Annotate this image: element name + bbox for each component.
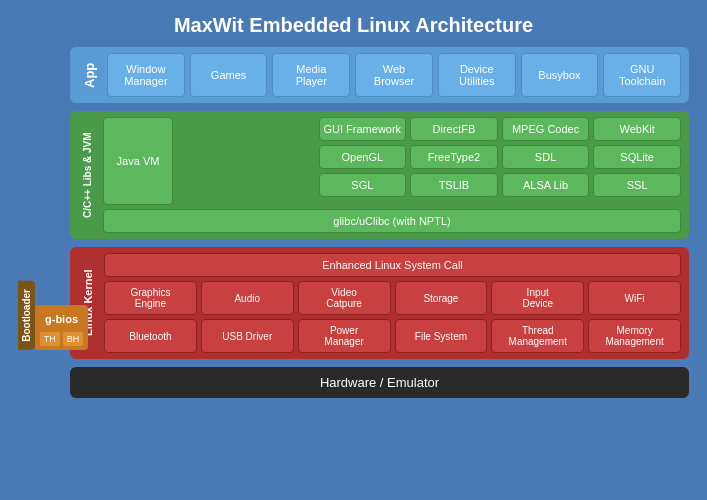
bios-tag-bh: BH [63,332,84,346]
gbios-label: g-bios [39,309,84,329]
kernel-input-device: InputDevice [491,281,584,315]
lib-freetype2: FreeType2 [410,145,498,169]
lib-alsa-lib: ALSA Lib [502,173,590,197]
bootloader-section: Bootloader g-bios TH BH [18,281,88,350]
page-title: MaxWit Embedded Linux Architecture [0,0,707,47]
app-box-media-player: MediaPlayer [272,53,350,97]
app-box-web-browser: WebBrowser [355,53,433,97]
lib-ssl: SSL [593,173,681,197]
app-layer: App WindowManager Games MediaPlayer WebB… [70,47,689,103]
kernel-graphics-engine: GraphicsEngine [104,281,197,315]
lib-sdl: SDL [502,145,590,169]
app-box-games: Games [190,53,268,97]
app-box-busybox: Busybox [521,53,599,97]
kernel-thread-management: ThreadManagement [491,319,584,353]
lib-glibc: glibc/uClibc (with NPTL) [103,209,681,233]
app-layer-label: App [78,53,101,97]
kernel-power-manager: PowerManager [298,319,391,353]
kernel-bluetooth: Bluetooth [104,319,197,353]
lib-sqlite: SQLite [593,145,681,169]
lib-opengl: OpenGL [319,145,407,169]
syscall-box: Enhanced Linux System Call [104,253,681,277]
kernel-content: Enhanced Linux System Call GraphicsEngin… [104,253,681,353]
lib-tslib: TSLIB [410,173,498,197]
lib-sgl: SGL [319,173,407,197]
lib-mpeg-codec: MPEG Codec [502,117,590,141]
kernel-layer: Linux Kernel Enhanced Linux System Call … [70,247,689,359]
kernel-audio: Audio [201,281,294,315]
lib-directfb: DirectFB [410,117,498,141]
kernel-memory-management: MemoryManagement [588,319,681,353]
app-box-gnu-toolchain: GNUToolchain [603,53,681,97]
kernel-grid-row2: Bluetooth USB Driver PowerManager File S… [104,319,681,353]
kernel-grid-row1: GraphicsEngine Audio VideoCatpure Storag… [104,281,681,315]
kernel-file-system: File System [395,319,488,353]
kernel-storage: Storage [395,281,488,315]
bootloader-content: g-bios TH BH [35,305,88,350]
app-items: WindowManager Games MediaPlayer WebBrows… [107,53,681,97]
lib-java-vm: Java VM [103,117,173,205]
kernel-wifi: WiFi [588,281,681,315]
bootloader-label: Bootloader [18,281,35,350]
app-box-window-manager: WindowManager [107,53,185,97]
libs-content: GUI Framework DirectFB MPEG Codec WebKit… [103,117,681,233]
hardware-layer: Hardware / Emulator [70,367,689,398]
libs-layer: C/C++ Libs & JVM GUI Framework DirectFB … [70,111,689,239]
kernel-video-capture: VideoCatpure [298,281,391,315]
app-box-device-utilities: DeviceUtilities [438,53,516,97]
lib-gui-framework: GUI Framework [319,117,407,141]
lib-webkit: WebKit [593,117,681,141]
kernel-usb-driver: USB Driver [201,319,294,353]
bios-tag-th: TH [40,332,60,346]
libs-layer-label: C/C++ Libs & JVM [78,117,97,233]
